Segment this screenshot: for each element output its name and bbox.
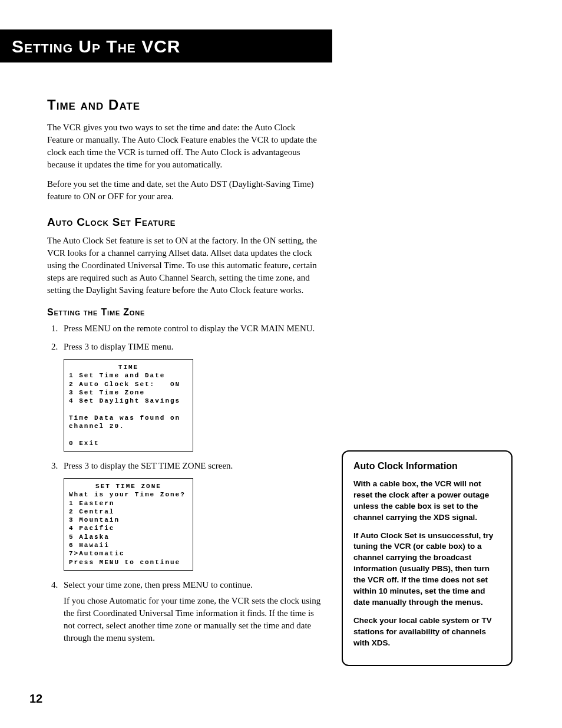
subsection-heading-auto-clock: Auto Clock Set Feature (47, 216, 324, 229)
zone-menu-footer: Press MENU to continue (69, 559, 180, 566)
zone-menu-question: What is your Time Zone? (69, 491, 186, 498)
intro-paragraph-1: The VCR gives you two ways to set the ti… (47, 121, 324, 171)
step-2: Press 3 to display TIME menu. TIME1 Set … (60, 341, 324, 452)
time-menu-line-4: 4 Set Daylight Savings (69, 397, 180, 404)
time-menu-line-1: 1 Set Time and Date (69, 372, 165, 379)
auto-clock-info-box: Auto Clock Information With a cable box,… (342, 450, 513, 666)
sidebar-p1: With a cable box, the VCR will not reset… (353, 479, 501, 523)
step-2-text: Press 3 to display TIME menu. (64, 342, 173, 351)
section-heading-time-date: Time and Date (47, 97, 324, 113)
zone-menu-screen: SET TIME ZONEWhat is your Time Zone? 1 E… (64, 478, 193, 571)
sidebar-p2: If Auto Clock Set is unsuccessful, try t… (353, 531, 501, 608)
zone-option-1: 1 Eastern (69, 500, 114, 507)
time-menu-line-3: 3 Set Time Zone (69, 389, 145, 396)
chapter-header: Setting Up the VCR (0, 29, 332, 62)
main-column: Time and Date The VCR gives you two ways… (29, 97, 324, 666)
intro-paragraph-2: Before you set the time and date, set th… (47, 178, 324, 203)
zone-option-7: 7>Automatic (69, 550, 125, 557)
zone-option-2: 2 Central (69, 508, 114, 515)
step-3-text: Press 3 to display the SET TIME ZONE scr… (64, 461, 233, 470)
time-menu-line-6: channel 20. (69, 423, 125, 430)
time-menu-screen: TIME1 Set Time and Date 2 Auto Clock Set… (64, 359, 193, 452)
sidebar-column: Auto Clock Information With a cable box,… (342, 97, 513, 666)
step-3: Press 3 to display the SET TIME ZONE scr… (60, 460, 324, 571)
time-menu-line-7: 0 Exit (69, 440, 100, 447)
step-4: Select your time zone, then press MENU t… (60, 579, 324, 644)
subsection-heading-time-zone: Setting the Time Zone (47, 307, 324, 318)
time-menu-line-2: 2 Auto Clock Set: ON (69, 381, 180, 388)
step-1: Press MENU on the remote control to disp… (60, 322, 324, 335)
chapter-title: Setting Up the VCR (12, 37, 320, 57)
zone-menu-title: SET TIME ZONE (69, 482, 188, 490)
sidebar-heading: Auto Clock Information (353, 461, 501, 472)
time-menu-line-5: Time Data was found on (69, 414, 180, 421)
sidebar-p3: Check your local cable system or TV stat… (353, 615, 501, 649)
zone-option-6: 6 Hawaii (69, 542, 110, 549)
time-zone-steps: Press MENU on the remote control to disp… (47, 322, 324, 644)
step-4-sub: If you chose Automatic for your time zon… (64, 595, 324, 644)
auto-clock-body: The Auto Clock Set feature is set to ON … (47, 235, 324, 297)
time-menu-title: TIME (69, 363, 188, 371)
zone-option-5: 5 Alaska (69, 533, 110, 541)
page-number: 12 (29, 692, 42, 706)
zone-option-3: 3 Mountain (69, 516, 120, 523)
step-4-text: Select your time zone, then press MENU t… (64, 580, 253, 589)
zone-option-4: 4 Pacific (69, 525, 114, 532)
